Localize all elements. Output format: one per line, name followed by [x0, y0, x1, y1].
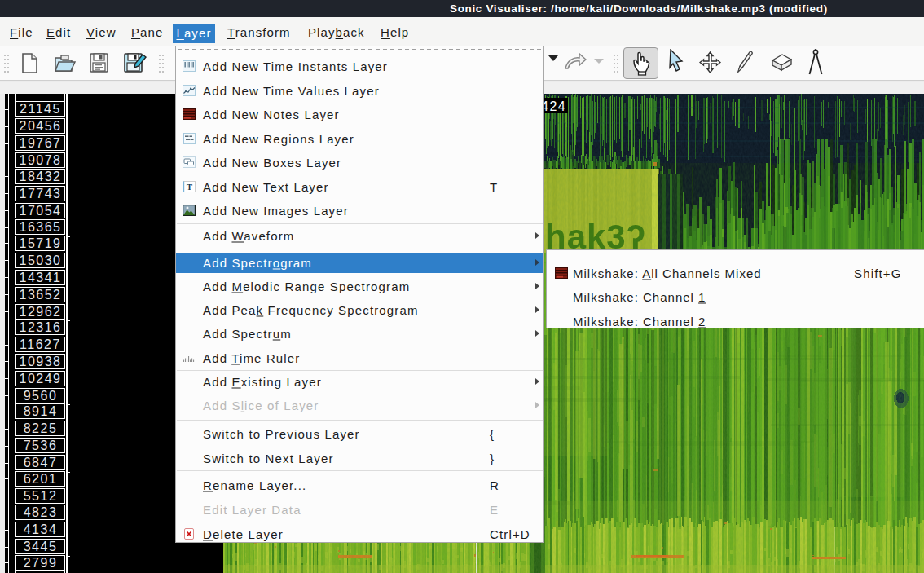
- svg-text:T: T: [187, 183, 192, 192]
- svg-text:424: 424: [541, 99, 566, 113]
